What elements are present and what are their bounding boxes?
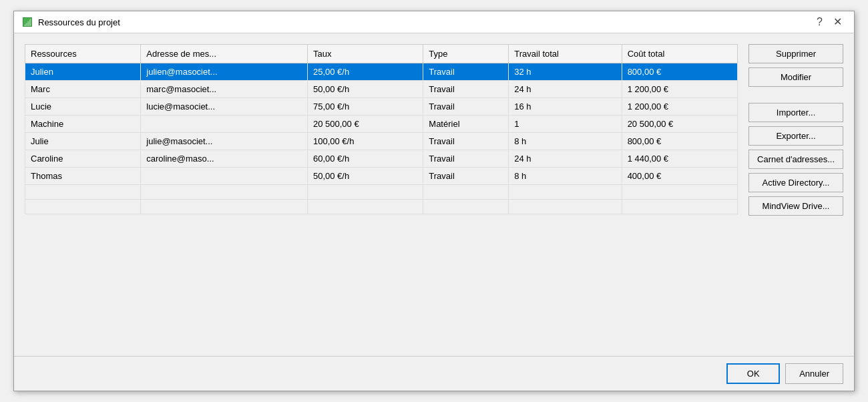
col-header-type: Type bbox=[423, 45, 509, 63]
button-panel: Supprimer Modifier Importer... Exporter.… bbox=[748, 44, 843, 345]
cell-empty0-col3 bbox=[423, 185, 509, 200]
table-row[interactable]: Julienjulien@masociet...25,00 €/hTravail… bbox=[25, 63, 738, 81]
table-area: Ressources Adresse de mes... Taux Type T… bbox=[25, 44, 738, 345]
cell-empty1-col5 bbox=[622, 200, 737, 214]
col-header-adresse: Adresse de mes... bbox=[141, 45, 308, 63]
active-directory-button[interactable]: Active Directory... bbox=[748, 173, 843, 192]
cell-row3-col4: 1 bbox=[509, 116, 622, 133]
table-row[interactable]: Machine20 500,00 €Matériel120 500,00 € bbox=[25, 116, 738, 133]
cell-empty0-col0 bbox=[25, 185, 141, 200]
title-bar: Ressources du projet ? ✕ bbox=[14, 11, 854, 33]
cell-row0-col2: 25,00 €/h bbox=[307, 63, 423, 81]
cell-row2-col0: Lucie bbox=[25, 98, 141, 116]
table-row[interactable]: Thomas50,00 €/hTravail8 h400,00 € bbox=[25, 168, 738, 185]
cell-row4-col4: 8 h bbox=[509, 133, 622, 150]
ok-button[interactable]: OK bbox=[726, 363, 780, 384]
cell-row1-col2: 50,00 €/h bbox=[307, 81, 423, 98]
annuler-button[interactable]: Annuler bbox=[785, 363, 843, 384]
cell-empty1-col4 bbox=[509, 200, 622, 214]
cell-empty1-col1 bbox=[141, 200, 308, 214]
cell-row3-col3: Matériel bbox=[423, 116, 509, 133]
cell-empty0-col1 bbox=[141, 185, 308, 200]
cell-row5-col3: Travail bbox=[423, 150, 509, 168]
cell-empty1-col2 bbox=[307, 200, 423, 214]
cell-row3-col5: 20 500,00 € bbox=[622, 116, 737, 133]
table-row[interactable]: Carolinecaroline@maso...60,00 €/hTravail… bbox=[25, 150, 738, 168]
cell-row0-col5: 800,00 € bbox=[622, 63, 737, 81]
window-icon bbox=[22, 17, 33, 27]
cell-row6-col5: 400,00 € bbox=[622, 168, 737, 185]
cell-empty1-col3 bbox=[423, 200, 509, 214]
cell-row5-col0: Caroline bbox=[25, 150, 141, 168]
dialog-window: Ressources du projet ? ✕ Ressources Adre… bbox=[13, 11, 855, 391]
cell-row6-col0: Thomas bbox=[25, 168, 141, 185]
mindview-drive-button[interactable]: MindView Drive... bbox=[748, 196, 843, 216]
cell-row1-col0: Marc bbox=[25, 81, 141, 98]
cell-row5-col4: 24 h bbox=[509, 150, 622, 168]
cell-row4-col5: 800,00 € bbox=[622, 133, 737, 150]
cell-row6-col4: 8 h bbox=[509, 168, 622, 185]
cell-row2-col3: Travail bbox=[423, 98, 509, 116]
cell-row6-col1 bbox=[141, 168, 308, 185]
cell-row1-col5: 1 200,00 € bbox=[622, 81, 737, 98]
col-header-cout: Coût total bbox=[622, 45, 737, 63]
modifier-button[interactable]: Modifier bbox=[748, 67, 843, 87]
cell-empty0-col4 bbox=[509, 185, 622, 200]
table-row[interactable]: Marcmarc@masociet...50,00 €/hTravail24 h… bbox=[25, 81, 738, 98]
cell-row2-col1: lucie@masociet... bbox=[141, 98, 308, 116]
title-bar-controls: ? ✕ bbox=[813, 17, 846, 27]
title-bar-left: Ressources du projet bbox=[22, 17, 120, 27]
cell-empty1-col0 bbox=[25, 200, 141, 214]
table-row-empty[interactable] bbox=[25, 185, 738, 200]
cell-row1-col4: 24 h bbox=[509, 81, 622, 98]
col-header-ressources: Ressources bbox=[25, 45, 141, 63]
cell-row0-col0: Julien bbox=[25, 63, 141, 81]
cell-row3-col2: 20 500,00 € bbox=[307, 116, 423, 133]
resource-table: Ressources Adresse de mes... Taux Type T… bbox=[25, 44, 738, 214]
close-button[interactable]: ✕ bbox=[829, 17, 846, 27]
cell-row0-col1: julien@masociet... bbox=[141, 63, 308, 81]
cell-row6-col2: 50,00 €/h bbox=[307, 168, 423, 185]
table-row[interactable]: Lucielucie@masociet...75,00 €/hTravail16… bbox=[25, 98, 738, 116]
table-header-row: Ressources Adresse de mes... Taux Type T… bbox=[25, 45, 738, 63]
dialog-content: Ressources Adresse de mes... Taux Type T… bbox=[14, 33, 854, 356]
importer-button[interactable]: Importer... bbox=[748, 103, 843, 122]
cell-row2-col2: 75,00 €/h bbox=[307, 98, 423, 116]
cell-row3-col1 bbox=[141, 116, 308, 133]
cell-row5-col2: 60,00 €/h bbox=[307, 150, 423, 168]
exporter-button[interactable]: Exporter... bbox=[748, 126, 843, 146]
cell-row1-col3: Travail bbox=[423, 81, 509, 98]
cell-row4-col3: Travail bbox=[423, 133, 509, 150]
cell-row4-col0: Julie bbox=[25, 133, 141, 150]
cell-empty0-col2 bbox=[307, 185, 423, 200]
help-button[interactable]: ? bbox=[813, 17, 827, 27]
cell-row6-col3: Travail bbox=[423, 168, 509, 185]
cell-row5-col1: caroline@maso... bbox=[141, 150, 308, 168]
cell-row3-col0: Machine bbox=[25, 116, 141, 133]
cell-row5-col5: 1 440,00 € bbox=[622, 150, 737, 168]
col-header-taux: Taux bbox=[307, 45, 423, 63]
cell-empty0-col5 bbox=[622, 185, 737, 200]
cell-row2-col5: 1 200,00 € bbox=[622, 98, 737, 116]
cell-row1-col1: marc@masociet... bbox=[141, 81, 308, 98]
col-header-travail: Travail total bbox=[509, 45, 622, 63]
cell-row2-col4: 16 h bbox=[509, 98, 622, 116]
cell-row0-col4: 32 h bbox=[509, 63, 622, 81]
cell-row4-col2: 100,00 €/h bbox=[307, 133, 423, 150]
table-row-empty[interactable] bbox=[25, 200, 738, 214]
table-row[interactable]: Juliejulie@masociet...100,00 €/hTravail8… bbox=[25, 133, 738, 150]
cell-row0-col3: Travail bbox=[423, 63, 509, 81]
carnet-adresses-button[interactable]: Carnet d'adresses... bbox=[748, 150, 843, 169]
supprimer-button[interactable]: Supprimer bbox=[748, 44, 843, 63]
dialog-footer: OK Annuler bbox=[14, 356, 854, 391]
cell-row4-col1: julie@masociet... bbox=[141, 133, 308, 150]
window-title: Ressources du projet bbox=[38, 17, 120, 27]
